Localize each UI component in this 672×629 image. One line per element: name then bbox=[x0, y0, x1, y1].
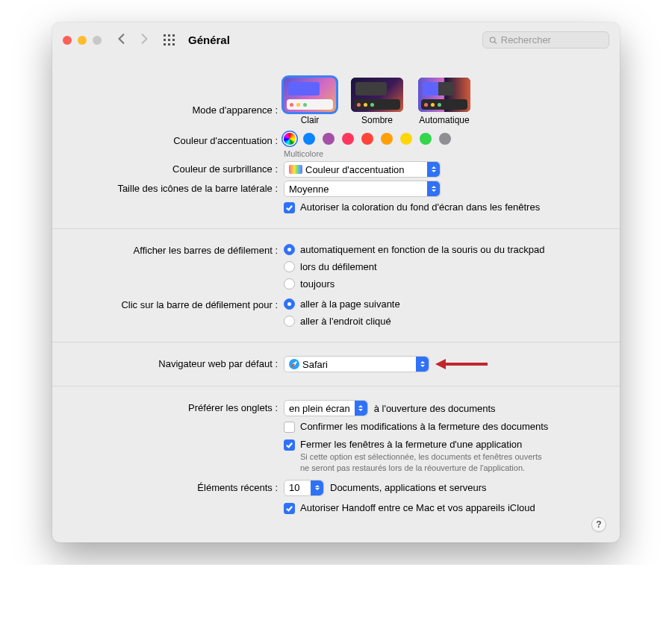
appearance-auto-label: Automatique bbox=[419, 115, 469, 125]
scrollclick-label: Clic sur la barre de défilement pour : bbox=[73, 297, 284, 310]
accent-multicolor[interactable] bbox=[284, 133, 296, 145]
scrollbars-auto-radio[interactable] bbox=[284, 244, 295, 255]
svg-rect-8 bbox=[172, 43, 175, 46]
close-windows-checkbox[interactable] bbox=[284, 439, 295, 451]
confirm-close-checkbox[interactable] bbox=[284, 422, 295, 433]
appearance-light-label: Clair bbox=[301, 115, 320, 125]
browser-value: Safari bbox=[302, 359, 328, 370]
window-controls bbox=[63, 36, 102, 45]
highlight-value: Couleur d'accentuation bbox=[305, 164, 405, 175]
appearance-dark[interactable] bbox=[351, 78, 403, 112]
svg-rect-6 bbox=[164, 43, 166, 46]
scrollbars-always-label: toujours bbox=[300, 278, 335, 290]
svg-rect-4 bbox=[168, 39, 170, 41]
appearance-auto[interactable] bbox=[418, 78, 470, 112]
recent-label: Éléments récents : bbox=[73, 480, 284, 493]
recent-value: 10 bbox=[289, 482, 304, 493]
svg-rect-2 bbox=[172, 34, 175, 37]
tabs-label: Préférer les onglets : bbox=[73, 400, 284, 413]
browser-label: Navigateur web par défaut : bbox=[73, 356, 284, 369]
nav-arrows bbox=[116, 34, 149, 46]
show-all-icon[interactable] bbox=[163, 34, 176, 47]
svg-rect-7 bbox=[168, 43, 170, 46]
accent-purple[interactable] bbox=[323, 133, 335, 145]
gradient-chip-icon bbox=[289, 165, 302, 174]
svg-point-9 bbox=[490, 37, 495, 42]
search-field[interactable] bbox=[482, 31, 609, 48]
stepper-icon bbox=[355, 401, 367, 416]
recent-suffix: Documents, applications et serveurs bbox=[330, 482, 487, 493]
highlight-label: Couleur de surbrillance : bbox=[73, 161, 284, 175]
appearance-dark-label: Sombre bbox=[361, 115, 393, 125]
stepper-icon bbox=[427, 181, 440, 196]
tabs-mode-select[interactable]: en plein écran bbox=[284, 400, 368, 416]
wallpaper-tint-label: Autoriser la coloration du fond d'écran … bbox=[300, 201, 540, 213]
accent-orange[interactable] bbox=[381, 133, 393, 145]
accent-label: Couleur d'accentuation : bbox=[73, 133, 284, 146]
sidebar-size-label: Taille des icônes de la barre latérale : bbox=[73, 181, 284, 194]
scrollclick-spot-label: aller à l'endroit cliqué bbox=[300, 316, 391, 327]
close-windows-label: Fermer les fenêtres à la fermeture d'une… bbox=[300, 439, 547, 450]
accent-green[interactable] bbox=[420, 133, 432, 145]
tabs-suffix: à l'ouverture des documents bbox=[374, 403, 496, 414]
svg-rect-1 bbox=[168, 34, 170, 37]
wallpaper-tint-checkbox[interactable] bbox=[284, 202, 295, 213]
sidebar-size-value: Moyenne bbox=[289, 184, 333, 195]
stepper-icon bbox=[427, 162, 440, 177]
sidebar-size-select[interactable]: Moyenne bbox=[284, 181, 441, 197]
handoff-label: Autoriser Handoff entre ce Mac et vos ap… bbox=[300, 502, 535, 513]
content: Mode d'apparence : Clair bbox=[52, 58, 620, 542]
scrollbars-scroll-label: lors du défilement bbox=[300, 261, 377, 272]
accent-pink[interactable] bbox=[342, 133, 354, 145]
scrollbars-label: Afficher les barres de défilement : bbox=[73, 242, 284, 256]
scrollclick-next-radio[interactable] bbox=[284, 298, 295, 310]
toolbar: Général bbox=[52, 22, 620, 58]
handoff-checkbox[interactable] bbox=[284, 503, 295, 514]
highlight-select[interactable]: Couleur d'accentuation bbox=[284, 161, 441, 178]
close-windows-desc: Si cette option est sélectionnée, les do… bbox=[300, 451, 547, 474]
close-window-button[interactable] bbox=[63, 36, 72, 45]
svg-line-10 bbox=[494, 42, 497, 44]
back-button[interactable] bbox=[116, 34, 127, 46]
forward-button[interactable] bbox=[139, 34, 149, 46]
annotation-arrow-icon bbox=[435, 360, 488, 369]
preferences-window: Général Mode d'apparence : bbox=[52, 22, 620, 542]
appearance-label: Mode d'apparence : bbox=[73, 78, 284, 116]
scrollclick-spot-radio[interactable] bbox=[284, 316, 295, 327]
stepper-icon bbox=[311, 481, 323, 495]
zoom-window-button[interactable] bbox=[93, 36, 102, 45]
scrollclick-next-label: aller à la page suivante bbox=[300, 298, 400, 310]
svg-rect-3 bbox=[164, 39, 166, 41]
accent-graphite[interactable] bbox=[439, 133, 451, 145]
safari-icon bbox=[289, 359, 299, 369]
accent-sublabel: Multicolore bbox=[284, 149, 599, 158]
scrollbars-scroll-radio[interactable] bbox=[284, 261, 295, 272]
default-browser-select[interactable]: Safari bbox=[284, 356, 429, 372]
scrollbars-auto-label: automatiquement en fonction de la souris… bbox=[300, 244, 544, 255]
accent-blue[interactable] bbox=[303, 133, 315, 145]
scrollbars-always-radio[interactable] bbox=[284, 278, 295, 290]
appearance-light[interactable] bbox=[284, 78, 336, 112]
svg-rect-5 bbox=[172, 39, 175, 41]
page-title: Général bbox=[188, 34, 230, 46]
tabs-mode-value: en plein écran bbox=[289, 403, 355, 414]
search-icon bbox=[489, 36, 497, 45]
help-button[interactable]: ? bbox=[591, 517, 606, 532]
stepper-icon bbox=[416, 357, 429, 372]
svg-rect-0 bbox=[164, 34, 166, 37]
accent-swatches bbox=[284, 133, 599, 145]
accent-yellow[interactable] bbox=[400, 133, 412, 145]
accent-red[interactable] bbox=[361, 133, 373, 145]
minimize-window-button[interactable] bbox=[78, 36, 87, 45]
confirm-close-label: Confirmer les modifications à la fermetu… bbox=[300, 421, 548, 432]
search-input[interactable] bbox=[501, 34, 603, 46]
recent-count-select[interactable]: 10 bbox=[284, 480, 324, 496]
